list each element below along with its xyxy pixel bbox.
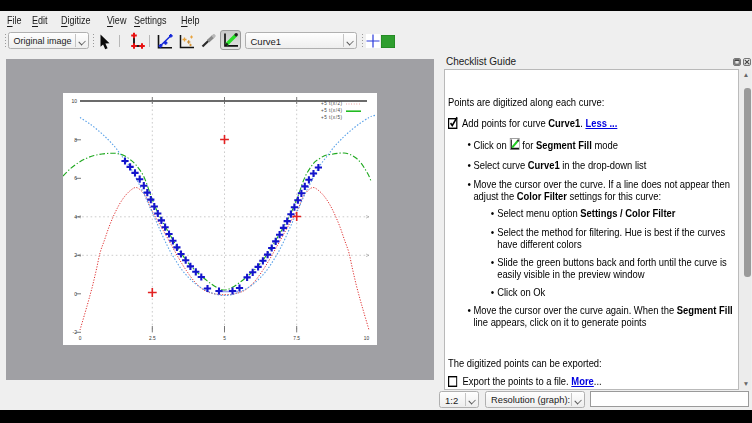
svg-text:2.5: 2.5 (149, 336, 156, 341)
svg-text:5: 5 (223, 336, 226, 341)
svg-text:10: 10 (71, 98, 77, 104)
svg-text:0: 0 (79, 336, 82, 341)
svg-text:10: 10 (364, 336, 370, 341)
svg-text:7.5: 7.5 (293, 336, 300, 341)
svg-text:+5 t(x/5): +5 t(x/5) (321, 115, 342, 120)
svg-text:+5 t(x/2): +5 t(x/2) (321, 101, 342, 106)
svg-text:+5 t(x/4): +5 t(x/4) (321, 108, 342, 113)
